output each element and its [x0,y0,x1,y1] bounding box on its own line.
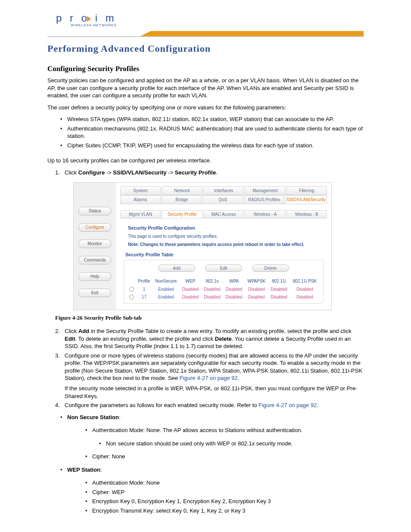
tab-network[interactable]: Network [162,186,202,195]
col-profile: Profile [136,277,153,285]
col-nonsecure: NonSecure [153,277,180,285]
bullet-item: Authentication Mode: None [65,479,364,487]
bullet-item: Encryption Key 0, Encryption Key 1, Encr… [65,498,364,505]
tabs-row-1: System Network Interfaces Management Fil… [120,186,327,195]
step-item: Click Add in the Security Profile Table … [47,327,364,350]
edit-button[interactable]: Edit [205,264,242,272]
col-wpa: WPA [223,277,245,285]
tab-interfaces[interactable]: Interfaces [203,186,244,195]
col-wep: WEP [180,277,202,285]
tabs-row-2: Alarms Bridge QoS RADIUS Profiles SSID/V… [120,195,327,204]
table-title: Security Profile Table [125,252,327,257]
panel-subtitle: This page is used to configure security … [128,234,327,239]
delete-button[interactable]: Delete [252,264,289,272]
subtab-mac-access[interactable]: MAC Access [203,210,244,218]
bullet-item: Non secure station should be used only w… [65,440,364,448]
step-item: Configure one or more types of wireless … [47,352,364,400]
logo-arrow-icon [87,16,91,22]
brand-name: p r o i m [56,12,117,24]
figure-link[interactable]: Figure 4-27 on page 92 [258,402,317,408]
figure-app-screenshot: Status Configure Monitor Commands Help E… [73,182,332,310]
add-button[interactable]: Add [158,264,195,272]
security-profile-table-box: Add Edit Delete Profile NonSecure WEP 80… [124,260,324,304]
tab-radius-profiles[interactable]: RADIUS Profiles [244,195,284,204]
bullet-item: Authentication Mode: None. The AP allows… [65,426,364,434]
paragraph: Up to 16 security profiles can be config… [47,157,364,165]
row-radio[interactable] [129,295,134,299]
sidebar-commands[interactable]: Commands [78,256,111,264]
sidebar-status[interactable]: Status [78,207,111,215]
col-80211i: 802.11i [268,277,290,285]
bullet-item: Cipher: None [65,453,364,460]
tab-qos[interactable]: QoS [202,195,243,204]
col-8021x: 802.1x [201,277,223,285]
brand-subtitle: WIRELESS NETWORKS [56,23,117,27]
table-row: 1 Enabled Disabled Disabled Disabled Dis… [128,285,320,293]
subtab-wireless-a[interactable]: Wireless - A [245,210,285,218]
tab-ssid-vlan-security[interactable]: SSID/VLAN/Security [285,195,327,204]
tab-alarms[interactable]: Alarms [120,195,161,204]
bullet-item: Cipher: WEP [65,488,364,496]
step-item: Configure the parameters as follows for … [47,401,364,409]
section-title: Configuring Security Profiles [47,65,364,73]
tab-bridge[interactable]: Bridge [162,195,202,204]
col-wpapsk: WPAPSK [245,277,268,285]
subtab-wireless-b[interactable]: Wireless - B [286,210,327,218]
header-rule [47,36,364,37]
page-header: p r o i m WIRELESS NETWORKS [0,0,411,39]
app-sidebar: Status Configure Monitor Commands Help E… [74,183,116,310]
security-profile-table: Profile NonSecure WEP 802.1x WPA WPAPSK … [128,277,320,301]
subtab-security-profile[interactable]: Security Profile [162,210,202,218]
table-row: 17 Enabled Disabled Disabled Disabled Di… [128,293,320,301]
brand-logo: p r o i m WIRELESS NETWORKS [56,12,117,27]
sidebar-help[interactable]: Help [78,272,111,281]
tab-filtering[interactable]: Filtering [286,186,327,195]
subtab-mgmt-vlan[interactable]: Mgmt VLAN [120,210,161,218]
row-radio[interactable] [129,287,134,292]
col-80211ipsk: 802.11i PSK [290,277,320,285]
bullet-item: Non Secure Station: [47,414,364,421]
subtabs-row: Mgmt VLAN Security Profile MAC Access Wi… [120,210,327,218]
chapter-title: Performing Advanced Configuration [47,43,364,54]
paragraph: The user defines a security policy by sp… [47,104,364,112]
sidebar-exit[interactable]: Exit [78,289,111,297]
header-stripe [151,31,364,36]
bullet-item: Authentication mechanisms (802.1x, RADIU… [47,125,364,140]
bullet-item: Wireless STA types (WPA station, 802.11i… [47,115,364,123]
figure-caption: Figure 4-26 Security Profile Sub-tab [55,314,364,321]
col-select [128,277,136,285]
bullet-item: WEP Station: [47,466,364,474]
tab-system[interactable]: System [120,186,161,195]
sidebar-configure[interactable]: Configure [78,223,111,232]
bullet-item: Encryption Transmit Key: select Key 0, K… [65,507,364,515]
bullet-item: Cipher Suites (CCMP, TKIP, WEP) used for… [47,142,364,149]
paragraph: Security policies can be configured and … [47,77,364,100]
step-item: Click Configure -> SSID/VLAN/Security ->… [47,169,364,177]
tab-management[interactable]: Management [245,186,285,195]
panel-note: Note: Changes to these parameters requir… [128,242,327,247]
panel-title: Security Profile Configuration [128,225,327,230]
figure-link[interactable]: Figure 4-27 on page 92 [180,375,238,381]
sidebar-monitor[interactable]: Monitor [78,240,111,248]
